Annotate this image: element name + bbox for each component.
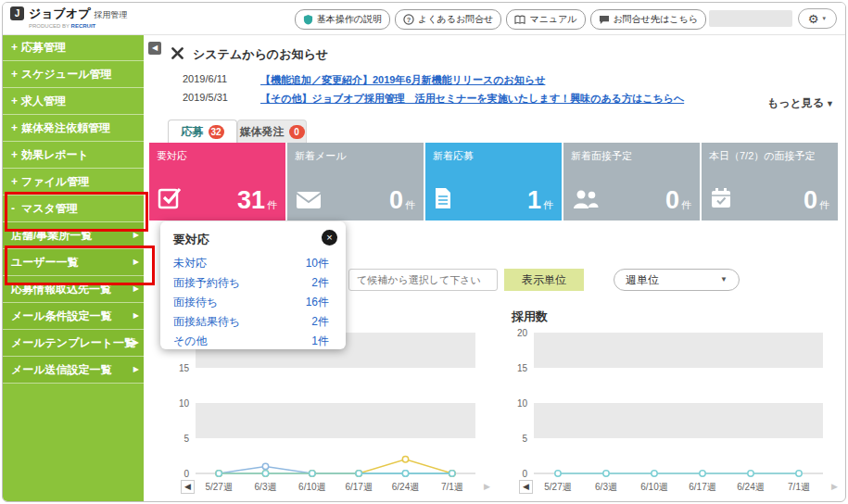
svg-text:20: 20 [517, 328, 528, 338]
sidebar-subitem-application-import[interactable]: 応募情報取込先一覧 ▶ [3, 276, 144, 303]
tab-badge: 0 [289, 125, 305, 139]
sidebar-subitem-mail-templates[interactable]: メールテンプレート一覧 ▶ [3, 330, 144, 357]
svg-text:7/1週: 7/1週 [788, 482, 810, 492]
svg-text:6/24週: 6/24週 [737, 482, 764, 492]
expand-plus-icon: + [11, 61, 21, 87]
announcements-title: システムからのお知らせ [170, 45, 328, 64]
announcement-date: 2019/6/11 [183, 73, 227, 84]
popup-row-unhandled[interactable]: 未対応10件 [160, 254, 346, 273]
popup-title: 要対応 [160, 221, 346, 254]
tools-icon [170, 45, 185, 64]
tab-media-orders[interactable]: 媒体発注 0 [237, 120, 307, 143]
sidebar-item-effect-report[interactable]: +効果レポート [3, 142, 144, 169]
pending-breakdown-popup: 要対応 × 未対応10件 面接予約待ち2件 面接待ち16件 面接結果待ち2件 そ… [160, 221, 346, 349]
svg-text:7/1週: 7/1週 [441, 482, 463, 492]
produced-by: PRODUCED BY RECRUIT [29, 23, 128, 29]
app-logo[interactable]: J ジョブオプ 採用管理 PRODUCED BY RECRUIT [10, 6, 128, 29]
popup-row-awaiting-interview[interactable]: 面接待ち16件 [160, 293, 346, 312]
app-window: J ジョブオプ 採用管理 PRODUCED BY RECRUIT 基本操作の説明 [2, 2, 846, 502]
announcement-row: 2019/6/11 【機能追加／変更紹介】2019年6月新機能リリースのお知らせ [149, 73, 842, 90]
svg-text:5: 5 [184, 434, 189, 444]
sidebar-item-jobs[interactable]: +求人管理 [3, 88, 144, 115]
svg-text:6/3週: 6/3週 [255, 482, 277, 492]
settings-button[interactable]: ⚙ ▼ [798, 8, 837, 29]
svg-text:10: 10 [179, 398, 190, 409]
tab-badge: 32 [209, 125, 224, 139]
expand-plus-icon: + [11, 142, 21, 168]
svg-text:6/3週: 6/3週 [595, 482, 617, 492]
chevron-right-icon: ▶ [133, 276, 139, 302]
header-placeholder-box [709, 10, 792, 27]
sidebar-subitem-mail-conditions[interactable]: メール条件設定一覧 ▶ [3, 303, 144, 330]
basic-operations-button[interactable]: 基本操作の説明 [295, 9, 390, 30]
popup-row-other[interactable]: その他1件 [160, 332, 346, 351]
chart-prev-button[interactable]: ◀ [181, 480, 195, 494]
announcement-link[interactable]: 【その他】ジョブオプ採用管理 活用セミナーを実施いたします！興味のある方はこちら… [260, 92, 684, 106]
see-more-link[interactable]: もっと見る▼ [767, 95, 834, 111]
app-subtitle: 採用管理 [95, 9, 128, 21]
chart-next-button[interactable]: ▶ [484, 480, 490, 494]
mail-icon [296, 191, 322, 213]
chart-next-button[interactable]: ▶ [831, 480, 838, 494]
chevron-right-icon: ▶ [133, 357, 139, 383]
recruit-brand: RECRUIT [71, 23, 96, 29]
sidebar-item-files[interactable]: +ファイル管理 [3, 169, 144, 195]
status-card-new-mail[interactable]: 新着メール 0件 [287, 143, 424, 220]
chevron-right-icon: ▶ [133, 222, 139, 248]
tab-applications[interactable]: 応募 32 [168, 120, 237, 143]
popup-row-awaiting-reservation[interactable]: 面接予約待ち2件 [160, 273, 346, 293]
svg-text:6/24週: 6/24週 [392, 482, 419, 492]
manual-button[interactable]: マニュアル [506, 9, 585, 30]
chat-icon [599, 15, 610, 25]
hires-line-chart: 051015205/27週6/3週6/10週6/17週6/24週7/1週 [506, 325, 840, 499]
svg-text:6/17週: 6/17週 [345, 482, 372, 492]
svg-text:10: 10 [517, 398, 528, 409]
expand-plus-icon: + [11, 115, 21, 141]
expand-plus-icon: + [11, 88, 21, 114]
announcement-link[interactable]: 【機能追加／変更紹介】2019年6月新機能リリースのお知らせ [260, 73, 545, 87]
question-icon: ? [403, 14, 414, 25]
status-card-today-interviews[interactable]: 本日（7/2）の面接予定 0件 [702, 143, 838, 220]
svg-text:6/10週: 6/10週 [298, 482, 325, 492]
jobop-logo-icon: J [10, 6, 24, 20]
display-unit-select[interactable]: 週単位 ▼ [614, 269, 740, 291]
chevron-down-icon: ▼ [821, 16, 827, 21]
sidebar-item-schedule[interactable]: +スケジュール管理 [3, 61, 144, 88]
chart-prev-button[interactable]: ◀ [519, 480, 533, 494]
sidebar-subitem-mail-send-settings[interactable]: メール送信設定一覧 ▶ [3, 357, 144, 384]
sidebar-item-master-management[interactable]: -マスタ管理 [3, 195, 144, 222]
sidebar-subitem-stores[interactable]: 店舗/事業所一覧 ▶ [3, 222, 144, 249]
svg-text:0: 0 [522, 469, 527, 479]
chevron-down-icon: ▼ [826, 99, 834, 108]
svg-text:6/17週: 6/17週 [689, 482, 715, 492]
sidebar-item-media-order[interactable]: +媒体発注依頼管理 [3, 115, 144, 142]
display-unit-label: 表示単位 [504, 269, 584, 291]
contact-button[interactable]: お問合せ先はこちら [590, 9, 706, 30]
chevron-right-icon: ▶ [133, 330, 139, 356]
svg-text:5/27週: 5/27週 [205, 482, 232, 492]
status-card-pending[interactable]: 要対応 31件 [149, 143, 285, 220]
close-icon[interactable]: × [322, 230, 337, 246]
sidebar-collapse-button[interactable]: ◀ [148, 42, 161, 55]
chart-hires: 採用数 051015205/27週6/3週6/10週6/17週6/24週7/1週… [506, 309, 840, 499]
faq-button[interactable]: ? よくあるお問合せ [395, 9, 501, 30]
chevron-right-icon: ▶ [133, 303, 139, 329]
header-bar: J ジョブオプ 採用管理 PRODUCED BY RECRUIT 基本操作の説明 [3, 3, 845, 35]
svg-text:15: 15 [179, 363, 190, 373]
chart-title: 採用数 [506, 309, 840, 325]
status-card-new-interviews[interactable]: 新着面接予定 0件 [563, 143, 700, 220]
gear-icon: ⚙ [808, 13, 819, 25]
app-title: ジョブオプ [29, 6, 91, 22]
svg-text:15: 15 [517, 363, 528, 373]
sidebar-item-applications[interactable]: +応募管理 [3, 34, 144, 61]
popup-row-awaiting-result[interactable]: 面接結果待ち2件 [160, 312, 346, 332]
svg-text:?: ? [407, 16, 411, 24]
sidebar: +応募管理 +スケジュール管理 +求人管理 +媒体発注依頼管理 +効果レポート … [3, 34, 144, 501]
status-card-new-applications[interactable]: 新着応募 1件 [425, 143, 562, 220]
sidebar-subitem-users[interactable]: ユーザー一覧 ▶ [3, 249, 144, 276]
header-help-buttons: 基本操作の説明 ? よくあるお問合せ マニュアル お問合せ先はこちら [295, 9, 706, 30]
store-search-input[interactable] [348, 269, 498, 291]
people-icon [572, 189, 600, 213]
svg-text:5/27週: 5/27週 [544, 482, 571, 492]
announcement-row: 2019/5/31 【その他】ジョブオプ採用管理 活用セミナーを実施いたします！… [149, 92, 842, 108]
